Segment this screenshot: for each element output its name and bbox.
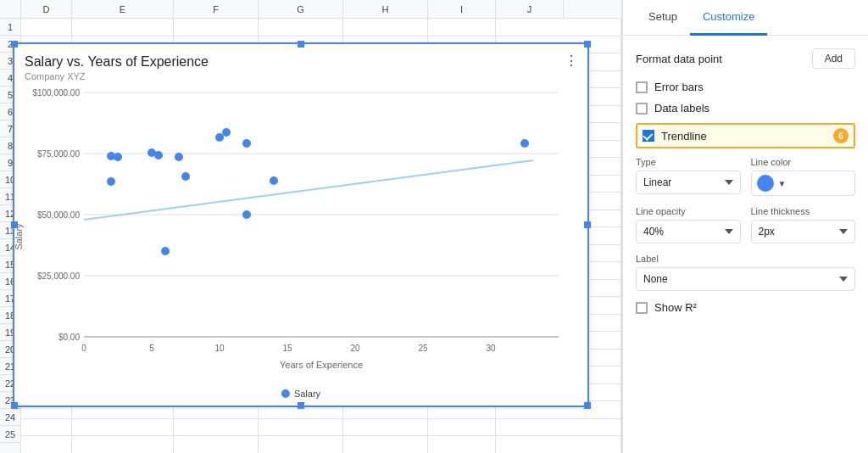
svg-text:0: 0 — [81, 344, 86, 353]
label-group: Label None — [636, 254, 855, 291]
add-button[interactable]: Add — [812, 48, 855, 69]
col-i: I — [428, 0, 496, 18]
chart-container[interactable]: Salary vs. Years of Experience Company X… — [13, 42, 589, 407]
type-select[interactable]: Linear — [636, 171, 741, 194]
svg-line-19 — [84, 160, 533, 220]
svg-text:$75,000.00: $75,000.00 — [37, 149, 80, 159]
svg-text:$50,000.00: $50,000.00 — [37, 210, 80, 220]
right-panel: Setup Customize Format data point Add Er… — [622, 0, 868, 453]
col-e: E — [72, 0, 174, 18]
error-bars-label: Error bars — [654, 81, 704, 93]
line-opacity-label: Line opacity — [636, 206, 741, 216]
type-group: Type Linear — [636, 157, 741, 196]
trendline-row: Trendline 6 — [636, 123, 855, 148]
panel-tabs: Setup Customize — [623, 0, 868, 36]
svg-point-32 — [242, 210, 251, 219]
trendline-label: Trendline — [661, 130, 707, 143]
svg-text:10: 10 — [214, 344, 225, 353]
data-labels-checkbox[interactable] — [636, 103, 648, 115]
svg-point-25 — [175, 153, 183, 161]
y-axis-label: Salary — [14, 223, 24, 250]
show-r2-label: Show R² — [654, 301, 697, 314]
svg-text:5: 5 — [149, 344, 154, 353]
type-label: Type — [636, 157, 741, 167]
line-thickness-select[interactable]: 2px — [751, 220, 856, 243]
label-row: Label None — [636, 254, 855, 291]
show-r2-checkbox[interactable] — [636, 302, 648, 314]
svg-point-31 — [270, 176, 278, 185]
label-label: Label — [636, 254, 855, 264]
svg-text:Years of Experience: Years of Experience — [280, 360, 363, 370]
col-f: F — [174, 0, 259, 18]
spreadsheet-area: D E F G H I J 1 2 3 4 5 6 7 8 9 10 11 12… — [0, 0, 622, 453]
type-color-row: Type Linear Line color ▼ — [636, 157, 855, 196]
show-r2-checkbox-container[interactable]: Show R² — [636, 301, 697, 314]
svg-point-30 — [242, 139, 251, 148]
data-labels-checkbox-container[interactable]: Data labels — [636, 102, 709, 115]
show-r2-row: Show R² — [636, 301, 855, 314]
chart-more-button[interactable]: ⋮ — [565, 53, 579, 69]
trendline-badge: 6 — [833, 128, 849, 143]
data-labels-label: Data labels — [654, 102, 709, 115]
label-select[interactable]: None — [636, 267, 855, 291]
line-color-swatch[interactable]: ▼ — [751, 171, 856, 196]
line-opacity-select[interactable]: 40% — [636, 220, 741, 243]
color-dot — [757, 175, 774, 192]
chevron-down-icon: ▼ — [778, 179, 787, 188]
error-bars-checkbox[interactable] — [636, 81, 648, 93]
chart-svg: Salary $100,000.00 $75,000.00 $50,000.00… — [25, 88, 577, 359]
data-labels-row: Data labels — [636, 102, 855, 115]
line-thickness-group: Line thickness 2px — [751, 206, 856, 243]
error-bars-row: Error bars — [636, 81, 855, 93]
svg-point-24 — [154, 151, 163, 159]
chart-title: Salary vs. Years of Experience — [25, 54, 577, 70]
svg-point-27 — [215, 133, 224, 142]
legend-dot — [281, 389, 290, 398]
line-opacity-group: Line opacity 40% — [636, 206, 741, 243]
line-color-label: Line color — [751, 157, 856, 167]
column-headers: D E F G H I J — [0, 0, 621, 19]
chart-subtitle: Company XYZ — [25, 71, 577, 81]
tab-setup[interactable]: Setup — [636, 0, 690, 36]
trendline-checkbox-container[interactable]: Trendline — [643, 130, 707, 143]
svg-point-26 — [181, 172, 190, 181]
panel-content: Format data point Add Error bars Data la… — [623, 36, 868, 453]
svg-point-33 — [520, 139, 529, 148]
chart-legend: Salary — [281, 389, 320, 399]
svg-text:$0.00: $0.00 — [58, 333, 80, 342]
svg-text:25: 25 — [418, 344, 428, 353]
col-g: G — [259, 0, 343, 18]
line-thickness-label: Line thickness — [751, 206, 856, 216]
col-h: H — [343, 0, 428, 18]
format-data-point-section: Format data point Add — [636, 48, 855, 69]
svg-text:20: 20 — [350, 344, 360, 353]
svg-point-28 — [222, 128, 231, 137]
format-data-point-title: Format data point — [636, 53, 722, 65]
error-bars-checkbox-container[interactable]: Error bars — [636, 81, 704, 93]
trendline-checkbox[interactable] — [643, 130, 654, 142]
svg-point-22 — [107, 177, 115, 186]
svg-text:$100,000.00: $100,000.00 — [32, 88, 80, 98]
opacity-thickness-row: Line opacity 40% Line thickness 2px — [636, 206, 855, 243]
chart-inner: Salary vs. Years of Experience Company X… — [14, 44, 587, 405]
svg-text:$25,000.00: $25,000.00 — [37, 271, 80, 281]
svg-text:30: 30 — [486, 344, 496, 353]
line-color-group: Line color ▼ — [751, 157, 856, 196]
col-d: D — [21, 0, 72, 18]
tab-customize[interactable]: Customize — [690, 0, 767, 36]
svg-point-29 — [161, 247, 170, 255]
legend-label: Salary — [294, 389, 320, 399]
corner-cell — [0, 0, 21, 18]
svg-point-21 — [114, 153, 122, 161]
svg-text:15: 15 — [282, 344, 292, 353]
col-j: J — [496, 0, 564, 18]
